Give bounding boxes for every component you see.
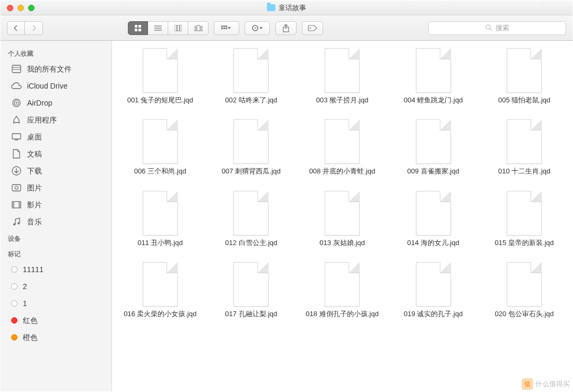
svg-rect-18 bbox=[225, 28, 227, 29]
file-item[interactable]: 001 兔子的短尾巴.jqd bbox=[117, 48, 203, 104]
close-button[interactable] bbox=[7, 5, 13, 11]
list-view-button[interactable] bbox=[148, 21, 168, 35]
column-view-button[interactable] bbox=[168, 21, 188, 35]
airdrop-icon bbox=[11, 98, 22, 108]
coverflow-view-button[interactable] bbox=[188, 21, 209, 35]
document-icon bbox=[233, 119, 268, 164]
forward-button[interactable] bbox=[25, 21, 43, 35]
file-item[interactable]: 009 喜雀搬家.jqd bbox=[390, 119, 476, 176]
file-name-label: 017 孔融让梨.jqd bbox=[225, 310, 277, 318]
tag-dot-icon bbox=[11, 317, 18, 324]
svg-point-20 bbox=[255, 27, 256, 28]
sidebar-tag-item[interactable]: 11111 bbox=[1, 261, 111, 278]
document-icon bbox=[507, 48, 542, 93]
file-name-label: 014 海的女儿.jqd bbox=[407, 239, 459, 247]
svg-point-45 bbox=[13, 223, 15, 225]
search-placeholder: 搜索 bbox=[496, 23, 509, 33]
window-controls bbox=[1, 5, 34, 11]
file-item[interactable]: 007 刺猬背西瓜.jqd bbox=[209, 119, 294, 176]
file-item[interactable]: 018 难倒孔子的小孩.jqd bbox=[299, 262, 385, 318]
file-name-label: 001 兔子的短尾巴.jqd bbox=[127, 96, 193, 104]
file-name-label: 006 三个和尚.jqd bbox=[134, 167, 186, 176]
file-item[interactable]: 014 海的女儿.jqd bbox=[390, 191, 476, 247]
sidebar-item-desktop[interactable]: 桌面 bbox=[1, 128, 111, 145]
document-icon bbox=[507, 191, 542, 236]
sidebar-tag-item[interactable]: 红色 bbox=[1, 312, 111, 329]
file-item[interactable]: 006 三个和尚.jqd bbox=[117, 119, 203, 176]
sidebar: 个人收藏 我的所有文件iCloud DriveAirDrop应用程序桌面文稿下载… bbox=[1, 41, 112, 391]
sidebar-item-pictures[interactable]: 图片 bbox=[1, 179, 111, 196]
sidebar-header-devices: 设备 bbox=[1, 230, 111, 246]
file-item[interactable]: 004 鲤鱼跳龙门.jqd bbox=[390, 48, 476, 104]
file-item[interactable]: 002 咕咚来了.jqd bbox=[209, 48, 294, 104]
file-name-label: 010 十二生肖.jqd bbox=[498, 167, 550, 176]
file-item[interactable]: 003 猴子捞月.jqd bbox=[299, 48, 385, 104]
svg-point-23 bbox=[486, 25, 490, 29]
sidebar-tag-label: 11111 bbox=[23, 263, 44, 276]
sidebar-item-applications[interactable]: 应用程序 bbox=[1, 111, 111, 128]
all-files-icon bbox=[11, 64, 22, 74]
file-item[interactable]: 016 卖火柴的小女孩.jqd bbox=[117, 262, 203, 318]
sidebar-item-icloud[interactable]: iCloud Drive bbox=[1, 77, 111, 94]
applications-icon bbox=[11, 115, 22, 125]
nav-buttons bbox=[7, 21, 43, 35]
file-item[interactable]: 019 诚实的孔子.jqd bbox=[390, 262, 476, 318]
file-name-label: 015 皇帝的新装.jqd bbox=[495, 239, 554, 247]
file-item[interactable]: 017 孔融让梨.jqd bbox=[209, 262, 294, 318]
sidebar-tag-item[interactable]: 1 bbox=[1, 295, 111, 312]
file-item[interactable]: 005 猫怕老鼠.jqd bbox=[481, 48, 567, 104]
svg-rect-3 bbox=[138, 29, 141, 31]
document-icon bbox=[143, 262, 178, 307]
desktop-icon bbox=[11, 132, 22, 142]
sidebar-header-tags: 标记 bbox=[1, 246, 111, 261]
file-name-label: 012 白雪公主.jqd bbox=[225, 239, 277, 247]
file-item[interactable]: 013 灰姑娘.jqd bbox=[299, 191, 385, 247]
file-item[interactable]: 015 皇帝的新装.jqd bbox=[481, 191, 567, 247]
svg-rect-17 bbox=[223, 28, 225, 29]
svg-rect-9 bbox=[180, 25, 182, 31]
icon-view-button[interactable] bbox=[128, 21, 148, 35]
svg-rect-16 bbox=[221, 28, 223, 29]
file-item[interactable]: 008 井底的小青蛙.jqd bbox=[299, 119, 385, 176]
sidebar-item-downloads[interactable]: 下载 bbox=[1, 162, 111, 179]
file-item[interactable]: 010 十二生肖.jqd bbox=[481, 119, 567, 176]
sidebar-tag-item[interactable]: 2 bbox=[1, 278, 111, 295]
pictures-icon bbox=[11, 182, 22, 193]
document-icon bbox=[416, 48, 451, 93]
sidebar-tag-label: 红色 bbox=[23, 314, 38, 327]
file-name-label: 011 丑小鸭.jqd bbox=[137, 239, 183, 247]
back-button[interactable] bbox=[7, 21, 25, 35]
file-item[interactable]: 020 包公审石头.jqd bbox=[481, 262, 567, 318]
svg-rect-7 bbox=[175, 25, 177, 31]
minimize-button[interactable] bbox=[18, 5, 24, 11]
file-name-label: 009 喜雀搬家.jqd bbox=[407, 167, 459, 176]
svg-rect-0 bbox=[135, 25, 137, 28]
sidebar-item-airdrop[interactable]: AirDrop bbox=[1, 94, 111, 111]
share-button[interactable] bbox=[275, 21, 297, 35]
search-field[interactable]: 搜索 bbox=[428, 21, 566, 35]
svg-rect-8 bbox=[177, 25, 179, 31]
file-name-label: 002 咕咚来了.jqd bbox=[225, 96, 277, 104]
window-body: 个人收藏 我的所有文件iCloud DriveAirDrop应用程序桌面文稿下载… bbox=[1, 41, 572, 391]
sidebar-item-documents[interactable]: 文稿 bbox=[1, 145, 111, 162]
svg-rect-12 bbox=[201, 27, 203, 31]
sidebar-item-music[interactable]: 音乐 bbox=[1, 213, 111, 230]
sidebar-tag-label: 2 bbox=[23, 280, 27, 293]
sidebar-item-movies[interactable]: 影片 bbox=[1, 196, 111, 213]
sidebar-item-label: 应用程序 bbox=[27, 114, 57, 126]
svg-point-22 bbox=[310, 27, 311, 28]
tags-button[interactable] bbox=[302, 21, 323, 35]
file-browser[interactable]: 001 兔子的短尾巴.jqd002 咕咚来了.jqd003 猴子捞月.jqd00… bbox=[112, 41, 572, 391]
sidebar-tag-item[interactable]: 橙色 bbox=[1, 329, 111, 346]
file-item[interactable]: 012 白雪公主.jqd bbox=[209, 191, 294, 247]
file-name-label: 004 鲤鱼跳龙门.jqd bbox=[404, 96, 463, 104]
file-item[interactable]: 011 丑小鸭.jqd bbox=[117, 191, 203, 247]
arrange-button[interactable] bbox=[214, 21, 239, 35]
file-grid: 001 兔子的短尾巴.jqd002 咕咚来了.jqd003 猴子捞月.jqd00… bbox=[117, 48, 567, 318]
document-icon bbox=[233, 48, 268, 93]
action-menu-button[interactable] bbox=[245, 21, 270, 35]
document-icon bbox=[416, 191, 451, 236]
sidebar-item-all-files[interactable]: 我的所有文件 bbox=[1, 60, 111, 77]
maximize-button[interactable] bbox=[28, 5, 34, 11]
downloads-icon bbox=[11, 165, 22, 176]
